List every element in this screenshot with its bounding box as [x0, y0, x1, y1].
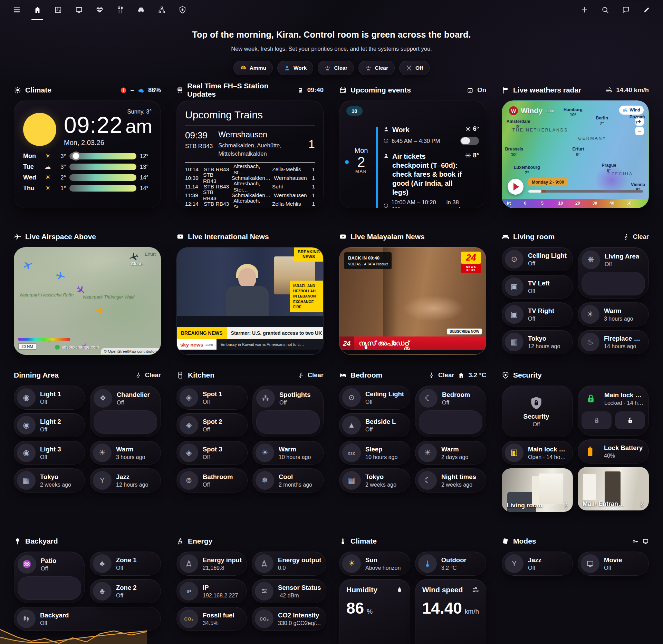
temp-slider[interactable]: [69, 153, 136, 159]
tile-jazz-scene[interactable]: Y Jazz12 hours ago: [90, 468, 161, 492]
tile-tokyo-scene[interactable]: ▦ Tokyo2 weeks ago: [14, 468, 85, 492]
tile-sleep-scene[interactable]: zzz Sleep10 hours ago: [339, 441, 410, 465]
brightness-slider[interactable]: [582, 272, 645, 295]
windy-radar-map[interactable]: WWindy.com Wind + − Hamburg10° Amsterdam…: [502, 100, 649, 208]
chip-off[interactable]: Off: [399, 61, 430, 75]
tile-ceiling-light[interactable]: ⊙ Ceiling LightOff: [339, 386, 410, 410]
tab-floorplan[interactable]: [49, 0, 67, 20]
tile-cool-scene[interactable]: ❄ Cool2 months ago: [252, 468, 324, 492]
wind-layer-chip[interactable]: Wind: [619, 106, 644, 115]
brightness-slider[interactable]: [256, 410, 320, 434]
tile-spot-3[interactable]: ◈ Spot 3Off: [176, 441, 248, 465]
tile-fossil-fuel[interactable]: CO₂ Fossil fuel34.5%: [176, 607, 247, 631]
alert-icon[interactable]: [120, 87, 127, 94]
chip-clear-2[interactable]: Clear: [358, 61, 395, 75]
pendant-light-icon: ◉: [17, 443, 36, 462]
zoom-out-button[interactable]: −: [635, 127, 644, 135]
tile-light-2[interactable]: ◉ Light 2Off: [14, 413, 85, 437]
camera-living-room[interactable]: Living room: [502, 468, 573, 512]
tab-health[interactable]: [90, 0, 108, 20]
tile-light-1[interactable]: ◉ Light 1Off: [14, 386, 85, 410]
tab-security[interactable]: [173, 0, 191, 20]
tile-warm-scene[interactable]: ☀ Warm3 hours ago: [90, 441, 161, 465]
timeline-slider[interactable]: [528, 190, 643, 193]
add-button[interactable]: [575, 0, 593, 20]
tab-displays[interactable]: [70, 0, 88, 20]
map-area-label: Naturpark Thüringer Wald: [83, 294, 134, 300]
monitor-icon[interactable]: [642, 538, 649, 545]
tile-fireplace-mode[interactable]: ♨ Fireplace Mode14 hours ago: [578, 330, 649, 354]
tile-wind-speed[interactable]: Wind speed 14.40km/h: [415, 579, 486, 644]
airspace-map[interactable]: Erfurt Close Naturpark Hessische Rhön Na…: [14, 247, 161, 355]
tile-main-lock[interactable]: Main lock Mat…Locked · 14 hou…: [578, 386, 649, 436]
camera-main-entrance[interactable]: Main Entran…: [578, 467, 649, 510]
tile-warm-scene[interactable]: ☀ Warm10 hours ago: [252, 441, 324, 465]
aircraft-marker[interactable]: [94, 306, 106, 317]
malayalam-news-video[interactable]: BACK IN 00:40VOLTAS · A TATA Product 24 …: [339, 247, 486, 355]
event-item[interactable]: Work 6° 6:45 AM – 4:30 PM: [383, 125, 479, 145]
unlock-button[interactable]: [615, 411, 645, 429]
patio-slider[interactable]: [18, 576, 81, 600]
tile-security-alarm[interactable]: Security Off: [502, 386, 573, 437]
tile-sun-state[interactable]: ☀ SunAbove horizon: [339, 552, 410, 576]
chip-clear-1[interactable]: Clear: [318, 61, 354, 75]
tile-humidity[interactable]: Humidity 86%: [339, 579, 410, 644]
tile-bathroom[interactable]: ⊚ BathroomOff: [176, 468, 248, 492]
tab-garage[interactable]: [132, 0, 150, 20]
weather-clock-card[interactable]: Sunny, 3° 09:22am Mon, 2.03.26 Mon☀ 3° 1…: [14, 100, 161, 208]
tile-spot-2[interactable]: ◈ Spot 2Off: [176, 413, 248, 437]
tile-bedside-lamp[interactable]: ▲ Bedside LOff: [339, 413, 410, 437]
aircraft-marker[interactable]: [54, 270, 67, 283]
radar-play-button[interactable]: [508, 179, 523, 195]
tile-outdoor-temp[interactable]: Outdoor3.2 °C: [415, 552, 486, 576]
tile-warm-scene[interactable]: ☀ Warm2 days ago: [415, 441, 486, 465]
tile-light-3[interactable]: ◉ Light 3Off: [14, 441, 85, 465]
section-title: Live weathers radar: [513, 86, 581, 94]
tile-tokyo-scene[interactable]: ▦ Tokyo2 weeks ago: [339, 468, 410, 492]
osm-attribution[interactable]: © OpenStreetMap contributors: [101, 348, 161, 354]
tab-network[interactable]: [153, 0, 171, 20]
tile-spot-1[interactable]: ◈ Spot 1Off: [176, 386, 248, 410]
assist-button[interactable]: [617, 0, 635, 20]
chip-ammu[interactable]: Ammu: [233, 61, 273, 75]
tile-patio[interactable]: ♒ PatioOff: [14, 552, 85, 603]
intl-news-video[interactable]: BREAKING NEWS ISRAEL AND HEZBOLLAH IN LE…: [176, 247, 324, 355]
menu-button[interactable]: [8, 0, 26, 20]
tile-tokyo-scene[interactable]: ▦ Tokyo12 hours ago: [502, 330, 573, 354]
tile-energy-output[interactable]: Energy output0.0: [252, 552, 326, 576]
key-icon[interactable]: [632, 538, 638, 545]
lock-button[interactable]: [582, 411, 612, 429]
tile-ip-address[interactable]: IP IP192.168.2.227: [176, 579, 247, 603]
tile-bedroom-light[interactable]: ☾ BedroomOff: [415, 386, 486, 437]
tile-chandelier[interactable]: ❖ ChandelierOff: [90, 386, 161, 437]
transmission-tower-icon: [176, 537, 184, 545]
upcoming-trains-card[interactable]: Upcoming Trains 09:39 STB RB43 Wernshaus…: [176, 100, 324, 208]
tile-ceiling-light[interactable]: ⊙ Ceiling LightOff: [502, 247, 573, 271]
chip-work[interactable]: Work: [277, 61, 313, 75]
event-toggle[interactable]: [460, 137, 479, 145]
tile-night-times-scene[interactable]: ☾ Night times2 weeks ago: [415, 468, 486, 492]
tile-living-area[interactable]: ❋ Living AreaOff: [578, 247, 649, 299]
brightness-slider[interactable]: [419, 410, 482, 434]
tile-spotlights[interactable]: ⁂ SpotlightsOff: [252, 386, 324, 437]
events-card[interactable]: 10 Mon 2 MAR Work 6°: [339, 100, 486, 208]
brightness-slider[interactable]: [94, 410, 157, 434]
aircraft-marker[interactable]: [21, 258, 35, 272]
tile-warm-scene[interactable]: ☀ Warm3 hours ago: [578, 302, 649, 326]
tile-sensor-status[interactable]: ≋ Sensor Status-42 dBm: [252, 579, 326, 603]
tab-home[interactable]: [28, 0, 46, 20]
tile-lock-battery[interactable]: Lock Battery40%: [578, 439, 649, 464]
tile-tv-right[interactable]: ▣ TV RightOff: [502, 302, 573, 326]
event-item[interactable]: Air tickets checkpoint (T–60d): check fa…: [383, 152, 479, 208]
tile-tv-left[interactable]: ▣ TV LeftOff: [502, 275, 573, 299]
tile-movie-mode[interactable]: MovieOff: [578, 552, 649, 576]
tile-main-lock-door[interactable]: Main lock Clo…Open · 14 hours…: [502, 441, 573, 465]
tile-co2-intensity[interactable]: CO₂ CO2 Intensity330.0 gCO2eq/…: [252, 607, 326, 631]
tile-zone-2[interactable]: ♣ Zone 2Off: [90, 579, 161, 603]
tab-dining[interactable]: [111, 0, 129, 20]
search-button[interactable]: [596, 0, 614, 20]
tile-jazz-mode[interactable]: Y JazzOff: [502, 552, 573, 576]
tile-energy-input[interactable]: Energy input21,169.8: [176, 552, 247, 576]
edit-button[interactable]: [637, 0, 655, 20]
tile-zone-1[interactable]: ♣ Zone 1Off: [90, 552, 161, 576]
